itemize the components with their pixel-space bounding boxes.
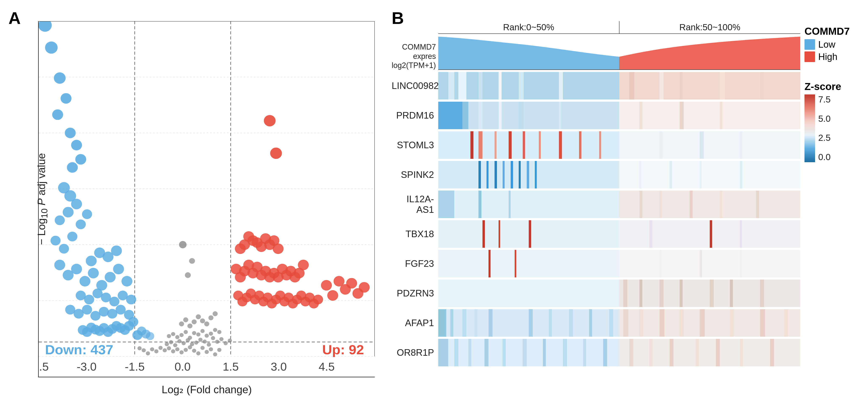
svg-point-78 — [200, 318, 205, 323]
svg-rect-302 — [462, 309, 466, 337]
svg-rect-325 — [503, 339, 505, 366]
svg-rect-333 — [650, 339, 652, 366]
svg-rect-295 — [680, 280, 683, 307]
svg-point-99 — [76, 219, 86, 229]
svg-rect-216 — [478, 72, 483, 99]
svg-point-60 — [167, 334, 171, 338]
commd7-legend: COMMD7 Low High — [805, 25, 860, 64]
svg-rect-315 — [680, 309, 684, 337]
svg-rect-316 — [700, 309, 705, 337]
svg-rect-262 — [670, 161, 672, 188]
svg-rect-236 — [720, 102, 722, 129]
svg-point-110 — [104, 272, 116, 282]
svg-rect-306 — [529, 309, 533, 337]
svg-rect-256 — [510, 161, 513, 188]
svg-rect-232 — [559, 102, 561, 129]
svg-rect-267 — [478, 191, 482, 218]
legend-low-label: Low — [818, 39, 835, 50]
svg-point-200 — [327, 290, 338, 301]
gene-row-fgf23: FGF23 — [392, 250, 800, 277]
gene-row-il12a-as1: IL12A-AS1 — [392, 191, 800, 218]
svg-point-148 — [146, 332, 154, 340]
zscore-tick-5_0: 5.0 — [818, 114, 831, 124]
svg-rect-314 — [659, 309, 664, 337]
svg-point-34 — [205, 350, 209, 354]
svg-point-48 — [181, 341, 186, 345]
svg-point-128 — [99, 307, 109, 317]
volcano-svg: 0 5 10 15 20 25 30 -4.5 -3.0 -1.5 0.0 1.… — [39, 21, 375, 377]
svg-rect-311 — [619, 309, 800, 337]
svg-point-108 — [88, 268, 99, 278]
svg-rect-234 — [639, 102, 642, 129]
svg-rect-240 — [495, 131, 497, 159]
svg-rect-217 — [499, 72, 501, 99]
svg-point-35 — [209, 347, 213, 351]
svg-point-100 — [82, 209, 92, 219]
svg-point-56 — [215, 340, 219, 344]
svg-rect-282 — [740, 220, 742, 248]
svg-rect-220 — [619, 72, 800, 99]
svg-rect-271 — [659, 191, 662, 218]
svg-rect-290 — [438, 280, 619, 307]
svg-rect-243 — [539, 131, 541, 159]
svg-rect-230 — [499, 102, 501, 129]
zscore-legend-title: Z-score — [805, 81, 860, 92]
svg-point-63 — [180, 333, 184, 337]
svg-rect-227 — [438, 102, 462, 129]
svg-rect-265 — [438, 191, 619, 218]
svg-rect-298 — [760, 280, 764, 307]
svg-point-155 — [235, 244, 246, 254]
gene-row-pdzrn3: PDZRN3 — [392, 280, 800, 307]
svg-rect-274 — [756, 191, 759, 218]
svg-rect-307 — [549, 309, 552, 337]
gene-row-stoml3: STOML3 — [392, 131, 800, 159]
svg-rect-323 — [468, 339, 471, 366]
svg-point-33 — [200, 346, 205, 350]
volcano-plot: − Log10 P adj value Log₂ (Fold change) 0… — [38, 21, 375, 377]
svg-point-53 — [203, 340, 207, 343]
svg-rect-312 — [623, 309, 628, 337]
svg-rect-225 — [760, 72, 764, 99]
svg-rect-297 — [730, 280, 733, 307]
svg-rect-264 — [740, 161, 742, 188]
svg-rect-260 — [619, 161, 800, 188]
svg-point-38 — [158, 346, 163, 350]
svg-rect-218 — [519, 72, 524, 99]
svg-point-43 — [137, 346, 142, 350]
zscore-tick-labels: 7.5 5.0 2.5 0.0 — [818, 94, 831, 162]
svg-rect-229 — [478, 102, 483, 129]
svg-point-66 — [192, 331, 196, 335]
svg-rect-322 — [454, 339, 458, 366]
legend-section: COMMD7 Low High Z-score — [805, 21, 860, 399]
svg-text:Up: 92: Up: 92 — [322, 342, 364, 357]
svg-rect-248 — [659, 131, 662, 159]
svg-point-96 — [71, 199, 82, 210]
svg-point-76 — [192, 319, 197, 324]
zscore-tick-2_5: 2.5 — [818, 133, 831, 143]
svg-rect-239 — [478, 131, 483, 159]
svg-rect-329 — [583, 339, 586, 366]
svg-rect-246 — [599, 131, 601, 159]
svg-point-71 — [213, 328, 217, 332]
svg-point-205 — [359, 282, 370, 293]
svg-rect-252 — [478, 161, 481, 188]
svg-point-84 — [189, 258, 195, 264]
svg-rect-276 — [483, 220, 485, 248]
svg-rect-233 — [619, 102, 800, 129]
svg-text:Down: 437: Down: 437 — [45, 342, 113, 357]
svg-rect-250 — [740, 131, 742, 159]
svg-rect-263 — [700, 161, 702, 188]
x-axis-label: Log₂ (Fold change) — [162, 383, 252, 396]
svg-rect-277 — [499, 220, 500, 248]
zscore-tick-0_0: 0.0 — [818, 152, 831, 162]
svg-rect-284 — [489, 250, 491, 277]
svg-point-24 — [163, 348, 167, 352]
svg-point-88 — [61, 93, 71, 104]
svg-rect-255 — [503, 161, 505, 188]
svg-rect-247 — [619, 131, 800, 159]
svg-rect-268 — [509, 191, 511, 218]
gene-row-or8r1p: OR8R1P — [392, 339, 800, 366]
svg-point-178 — [298, 260, 309, 270]
svg-rect-221 — [629, 72, 634, 99]
svg-text:4.5: 4.5 — [319, 361, 335, 373]
